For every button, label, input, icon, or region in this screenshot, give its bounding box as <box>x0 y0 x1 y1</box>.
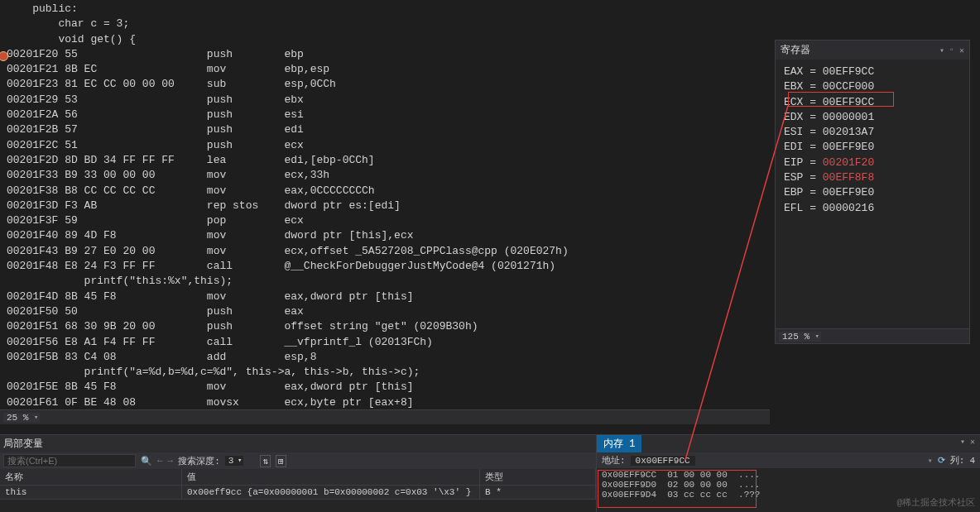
asm-line[interactable]: 00201F3D F3 AB rep stos dword ptr es:[ed… <box>7 199 763 213</box>
locals-toolbar: 🔍 ←→ 搜索深度: 3▾ ⇅ ⊞ <box>0 452 596 469</box>
register-row-efl[interactable]: EFL = 00000216 <box>784 201 961 216</box>
asm-line[interactable]: 00201F29 53 push ebx <box>7 93 763 108</box>
asm-line[interactable]: 00201F43 B9 27 E0 20 00 mov ecx,offset _… <box>7 244 763 259</box>
asm-line[interactable]: 00201F5E 8B 45 F8 mov eax,dword ptr [thi… <box>7 380 763 395</box>
register-row-eax[interactable]: EAX = 00EFF9CC <box>784 65 961 79</box>
editor-zoom-bar: 25 % <box>0 409 770 424</box>
local-type: B * <box>480 486 596 500</box>
registers-title: 寄存器 <box>781 43 810 57</box>
asm-line[interactable]: 00201F20 55 push ebp <box>7 47 763 62</box>
panel-close-icon[interactable]: ✕ <box>959 45 964 55</box>
register-row-esp[interactable]: ESP = 00EFF8F8 <box>784 170 961 185</box>
register-row-ebx[interactable]: EBX = 00CCF000 <box>784 79 961 94</box>
memory-row[interactable]: 0x00EFF9CC 01 00 00 00 .... <box>602 470 975 480</box>
registers-zoom-bar: 125 % <box>776 328 969 343</box>
col-name[interactable]: 名称 <box>0 469 182 486</box>
refresh-icon[interactable]: ⟳ <box>938 455 945 466</box>
source-line: public: <box>7 2 763 17</box>
asm-line[interactable]: 00201F2B 57 push edi <box>7 122 763 137</box>
asm-line[interactable]: 00201F56 E8 A1 F4 FF FF call __vfprintf_… <box>7 335 763 350</box>
memory-row[interactable]: 0x00EFF9D0 02 00 00 00 .... <box>602 480 975 490</box>
asm-line[interactable]: 00201F51 68 30 9B 20 00 push offset stri… <box>7 319 763 334</box>
asm-line[interactable]: 00201F4D 8B 45 F8 mov eax,dword ptr [thi… <box>7 289 763 304</box>
asm-line[interactable]: 00201F5B 83 C4 08 add esp,8 <box>7 350 763 365</box>
panel-maximize-icon[interactable]: ▫ <box>949 45 954 55</box>
source-line: void get() { <box>7 32 763 47</box>
locals-columns-header: 名称 值 类型 <box>0 469 596 486</box>
editor-zoom-select[interactable]: 25 % <box>3 413 40 423</box>
search-icon[interactable]: 🔍 <box>141 456 152 467</box>
register-row-ecx[interactable]: ECX = 00EFF9CC <box>784 95 961 110</box>
asm-line[interactable]: 00201F21 8B EC mov ebp,esp <box>7 62 763 77</box>
memory-address-label: 地址: <box>602 454 626 467</box>
source-line: char c = 3; <box>7 17 763 31</box>
registers-zoom-select[interactable]: 125 % <box>779 332 821 342</box>
memory-tabbar: 内存 1 ▾ ✕ <box>597 435 980 452</box>
memory-tab-1[interactable]: 内存 1 <box>597 435 641 452</box>
register-row-eip[interactable]: EIP = 00201F20 <box>784 156 961 170</box>
asm-line[interactable]: 00201F2A 56 push esi <box>7 108 763 122</box>
asm-line[interactable]: 00201F50 50 push eax <box>7 304 763 319</box>
source-line: printf("this:%x",this); <box>7 274 763 289</box>
asm-line[interactable]: 00201F2D 8D BD 34 FF FF FF lea edi,[ebp-… <box>7 153 763 168</box>
toolbar-icon-1[interactable]: ⇅ <box>260 455 271 467</box>
register-row-ebp[interactable]: EBP = 00EFF9E0 <box>784 185 961 200</box>
search-depth-label: 搜索深度: <box>178 455 220 467</box>
registers-panel: 寄存器 ▾ ▫ ✕ EAX = 00EFF9CCEBX = 00CCF000EC… <box>775 40 970 344</box>
memory-columns-value[interactable]: 4 <box>969 456 975 466</box>
local-name[interactable]: this <box>0 486 182 500</box>
asm-line[interactable]: 00201F23 81 EC CC 00 00 00 sub esp,0CCh <box>7 77 763 92</box>
asm-line[interactable]: 00201F33 B9 33 00 00 00 mov ecx,33h <box>7 168 763 183</box>
locals-title: 局部变量 <box>0 435 596 452</box>
registers-title-bar: 寄存器 ▾ ▫ ✕ <box>776 41 969 60</box>
memory-close-icon[interactable]: ▾ ✕ <box>955 435 980 448</box>
locals-search-input[interactable] <box>3 454 136 467</box>
asm-line[interactable]: 00201F2C 51 push ecx <box>7 138 763 153</box>
asm-line[interactable]: 00201F61 0F BE 48 08 movsx ecx,byte ptr … <box>7 395 763 409</box>
memory-address-input[interactable]: 0x00EFF9CC <box>631 456 695 466</box>
register-row-edi[interactable]: EDI = 00EFF9E0 <box>784 140 961 155</box>
register-row-esi[interactable]: ESI = 002013A7 <box>784 125 961 140</box>
col-value[interactable]: 值 <box>182 469 480 486</box>
memory-address-bar: 地址: 0x00EFF9CC ▾ ⟳ 列: 4 <box>597 452 980 468</box>
asm-line[interactable]: 00201F48 E8 24 F3 FF FF call @__CheckFor… <box>7 259 763 274</box>
local-value[interactable]: 0x00eff9cc {a=0x00000001 b=0x00000002 c=… <box>182 486 480 500</box>
asm-line[interactable]: 00201F3F 59 pop ecx <box>7 213 763 228</box>
register-row-edx[interactable]: EDX = 00000001 <box>784 110 961 125</box>
col-type[interactable]: 类型 <box>480 469 596 486</box>
source-line: printf("a=%d,b=%d,c=%d", this->a, this->… <box>7 365 763 380</box>
watermark: @稀土掘金技术社区 <box>896 496 975 509</box>
panel-dropdown-icon[interactable]: ▾ <box>939 45 944 55</box>
asm-line[interactable]: 00201F38 B8 CC CC CC CC mov eax,0CCCCCCC… <box>7 184 763 199</box>
toolbar-icon-2[interactable]: ⊞ <box>276 455 286 467</box>
memory-columns-label: 列: <box>950 454 965 467</box>
disassembly-editor[interactable]: public: char c = 3; void get() {00201F20… <box>0 0 770 409</box>
asm-line[interactable]: 00201F40 89 4D F8 mov dword ptr [this],e… <box>7 228 763 243</box>
search-depth-select[interactable]: 3▾ <box>225 456 244 466</box>
locals-panel: 局部变量 🔍 ←→ 搜索深度: 3▾ ⇅ ⊞ 名称 值 类型 this0x00e… <box>0 434 596 512</box>
